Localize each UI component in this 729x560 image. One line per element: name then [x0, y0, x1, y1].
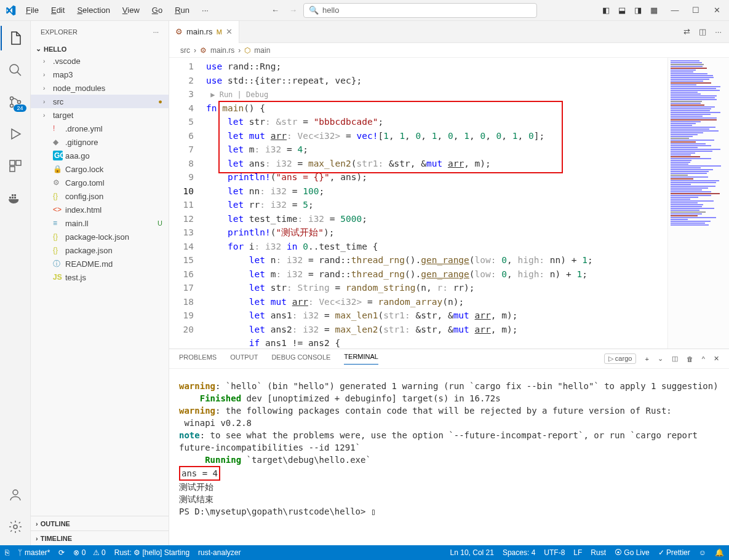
title-bar: FileEditSelectionViewGoRun··· ← → 🔍 hell…	[0, 0, 729, 21]
file-.gitignore[interactable]: ◆.gitignore	[31, 135, 169, 149]
folder-map3[interactable]: ›map3	[31, 68, 169, 81]
menu-···[interactable]: ···	[197, 3, 213, 17]
status-remote-icon[interactable]: ⎘	[5, 548, 9, 557]
search-text: hello	[322, 6, 339, 15]
file-README.md[interactable]: ⓘREADME.md	[31, 257, 169, 270]
terminal-output[interactable]: warning: `hello` (bin "hello") generated…	[169, 369, 729, 545]
timeline-section-header[interactable]: ›TIMELINE	[31, 530, 169, 545]
menu-selection[interactable]: Selection	[72, 3, 114, 17]
svg-point-2	[10, 105, 13, 108]
status-analyzer[interactable]: rust-analyzer	[198, 548, 241, 557]
terminal-split-icon[interactable]: ◫	[672, 355, 678, 363]
project-section-header[interactable]: ⌄HELLO	[31, 44, 169, 54]
rust-file-icon: ⚙	[175, 27, 183, 36]
menu-run[interactable]: Run	[170, 3, 194, 17]
layout-sidebar-right-icon[interactable]: ◨	[634, 6, 649, 15]
nav-forward-icon[interactable]: →	[289, 6, 297, 15]
menu-go[interactable]: Go	[147, 3, 167, 17]
file-test.js[interactable]: JStest.js	[31, 270, 169, 284]
status-bar: ⎘ ᛘ master* ⟳ ⊗ 0 ⚠ 0 Rust: ⚙ [hello] St…	[0, 545, 729, 560]
status-bell-icon[interactable]: 🔔	[715, 548, 724, 557]
menu-edit[interactable]: Edit	[46, 3, 70, 17]
editor-area: ⚙ main.rs M ✕ ⇄ ◫ ··· src › ⚙main.rs › ⬡…	[169, 21, 729, 545]
activity-settings-icon[interactable]	[1, 515, 30, 539]
window-minimize-icon[interactable]: —	[665, 1, 685, 20]
svg-rect-9	[14, 197, 16, 199]
layout-sidebar-left-icon[interactable]: ◧	[602, 6, 617, 15]
outline-section-header[interactable]: ›OUTLINE	[31, 516, 169, 530]
command-center-search[interactable]: 🔍 hello	[303, 3, 537, 18]
activity-docker-icon[interactable]	[1, 186, 30, 210]
split-editor-icon[interactable]: ◫	[699, 27, 706, 36]
window-close-icon[interactable]: ✕	[707, 1, 727, 20]
status-spaces[interactable]: Spaces: 4	[503, 548, 535, 557]
panel-tab-output[interactable]: OUTPUT	[230, 353, 258, 365]
file-Cargo.lock[interactable]: 🔒Cargo.lock	[31, 162, 169, 176]
svg-point-3	[17, 101, 20, 104]
status-problems[interactable]: ⊗ 0 ⚠ 0	[73, 548, 105, 557]
file-index.html[interactable]: <>index.html	[31, 203, 169, 216]
activity-scm-icon[interactable]: 24	[1, 90, 30, 114]
status-eol[interactable]: LF	[573, 548, 582, 557]
folder-target[interactable]: ›target	[31, 108, 169, 122]
folder-.vscode[interactable]: ›.vscode	[31, 54, 169, 68]
status-cursor-pos[interactable]: Ln 10, Col 21	[450, 548, 494, 557]
status-golive[interactable]: ⦿ Go Live	[615, 548, 650, 557]
terminal-new-icon[interactable]: +	[645, 355, 648, 363]
terminal-maximize-icon[interactable]: ^	[702, 355, 705, 363]
editor-more-icon[interactable]: ···	[715, 27, 722, 36]
activity-debug-icon[interactable]	[1, 122, 30, 146]
panel-tab-problems[interactable]: PROBLEMS	[179, 353, 217, 365]
file-package.json[interactable]: {}package.json	[31, 243, 169, 257]
tab-modified-badge: M	[217, 28, 222, 36]
status-rust[interactable]: Rust: ⚙ [hello] Starting	[114, 548, 189, 557]
breadcrumb[interactable]: src › ⚙main.rs › ⬡main	[169, 43, 729, 58]
window-maximize-icon[interactable]: ☐	[686, 1, 706, 20]
status-feedback-icon[interactable]: ☺	[699, 548, 706, 557]
status-language[interactable]: Rust	[591, 548, 606, 557]
tab-close-icon[interactable]: ✕	[226, 27, 233, 36]
terminal-close-icon[interactable]: ✕	[714, 355, 719, 363]
status-encoding[interactable]: UTF-8	[544, 548, 565, 557]
svg-point-13	[14, 525, 17, 529]
svg-rect-6	[10, 167, 15, 172]
minimap[interactable]	[667, 58, 729, 349]
code-editor[interactable]: 1234567891011121314151617181920 use rand…	[169, 58, 729, 349]
file-config.json[interactable]: {}config.json	[31, 189, 169, 203]
file-main.ll[interactable]: ≡main.llU	[31, 216, 169, 230]
panel-tab-debug-console[interactable]: DEBUG CONSOLE	[271, 353, 330, 365]
file-Cargo.toml[interactable]: ⚙Cargo.toml	[31, 176, 169, 189]
status-prettier[interactable]: ✓ Prettier	[658, 548, 690, 557]
activity-explorer-icon[interactable]	[1, 26, 30, 50]
folder-node_modules[interactable]: ›node_modules	[31, 81, 169, 95]
svg-rect-11	[14, 194, 16, 196]
status-branch[interactable]: ᛘ master*	[18, 548, 50, 557]
activity-search-icon[interactable]	[1, 58, 30, 82]
compare-changes-icon[interactable]: ⇄	[683, 27, 690, 36]
activity-account-icon[interactable]	[1, 483, 30, 507]
svg-rect-7	[9, 197, 11, 199]
svg-point-0	[10, 65, 18, 73]
menu-file[interactable]: File	[21, 3, 44, 17]
explorer-title: EXPLORER	[41, 28, 78, 36]
terminal-kill-icon[interactable]: 🗑	[687, 355, 693, 363]
file-aaa.go[interactable]: GOaaa.go	[31, 149, 169, 162]
layout-customize-icon[interactable]: ▦	[650, 6, 665, 15]
tab-main-rs[interactable]: ⚙ main.rs M ✕	[169, 21, 239, 43]
file-.drone.yml[interactable]: !.drone.yml	[31, 122, 169, 135]
file-package-lock.json[interactable]: {}package-lock.json	[31, 230, 169, 243]
explorer-more-icon[interactable]: ···	[153, 28, 159, 36]
status-sync-icon[interactable]: ⟳	[58, 548, 65, 557]
terminal-task-label[interactable]: ▷ cargo	[604, 353, 637, 364]
menu-view[interactable]: View	[118, 3, 145, 17]
terminal-dropdown-icon[interactable]: ⌄	[658, 355, 663, 363]
tab-filename: main.rs	[186, 27, 213, 36]
folder-src[interactable]: ›src●	[31, 95, 169, 108]
nav-back-icon[interactable]: ←	[271, 6, 279, 15]
activity-extensions-icon[interactable]	[1, 154, 30, 178]
panel-tabs: PROBLEMSOUTPUTDEBUG CONSOLETERMINAL▷ car…	[169, 349, 729, 369]
scm-badge: 24	[14, 105, 26, 112]
panel-tab-terminal[interactable]: TERMINAL	[344, 353, 378, 365]
bottom-panel: PROBLEMSOUTPUTDEBUG CONSOLETERMINAL▷ car…	[169, 349, 729, 545]
layout-panel-icon[interactable]: ⬓	[618, 6, 633, 15]
